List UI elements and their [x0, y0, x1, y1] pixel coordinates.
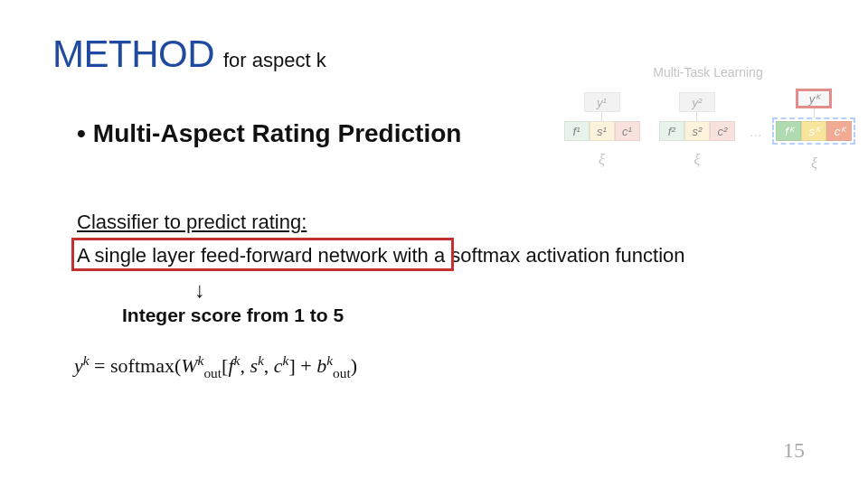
featK: fᴷ sᴷ cᴷ [776, 121, 852, 141]
y1-box: y¹ [584, 92, 620, 112]
fm-sk: k [258, 352, 264, 368]
multitask-diagram: Multi-Task Learning y¹ f¹ s¹ c¹ ξ y² f² … [559, 65, 857, 172]
score-line: Integer score from 1 to 5 [122, 305, 344, 326]
diagram-col-K: yᴷ fᴷ sᴷ cᴷ ξ [771, 89, 857, 172]
fm-b: b [316, 354, 326, 377]
diagram-col-1: y¹ f¹ s¹ c¹ ξ [559, 92, 645, 168]
stem [696, 112, 697, 121]
title-main: METHOD [52, 33, 214, 76]
xiK: ξ [811, 155, 817, 172]
y2-box: y² [679, 92, 715, 112]
feat2: f² s² c² [659, 121, 735, 141]
f1-box: f¹ [564, 121, 590, 141]
bullet-heading: •Multi-Aspect Rating Prediction [77, 119, 461, 148]
highlight-box [71, 238, 454, 271]
fm-bk: k [326, 352, 333, 368]
fm-rb: ] [288, 354, 295, 377]
f2-box: f² [659, 121, 684, 141]
fm-c1: , [240, 354, 250, 377]
diagram-title: Multi-Task Learning [559, 65, 857, 80]
fm-rp: ) [351, 354, 357, 377]
fm-c2: , [264, 354, 274, 377]
fm-yk: k [83, 352, 90, 368]
classifier-label: Classifier to predict rating: [77, 211, 307, 234]
fm-bout: out [333, 365, 351, 380]
c2-box: c² [710, 121, 735, 141]
classifier-text: Classifier to predict rating: [77, 211, 307, 233]
c1-box: c¹ [615, 121, 640, 141]
diagram-dots: … [750, 121, 762, 139]
feat1: f¹ s¹ c¹ [564, 121, 640, 141]
s2-box: s² [684, 121, 710, 141]
fm-softmax: softmax [110, 354, 175, 377]
slide: METHOD for aspect k •Multi-Aspect Rating… [0, 0, 868, 488]
bullet-icon: • [77, 119, 86, 147]
sK-box: sᴷ [801, 121, 826, 141]
formula: yk = softmax(Wkout[fk, sk, ck] + bkout) [74, 352, 357, 381]
stem [814, 108, 815, 117]
page-number: 15 [783, 438, 805, 463]
cK-box: cᴷ [826, 121, 852, 141]
yK-box: yᴷ [796, 89, 832, 108]
s1-box: s¹ [590, 121, 615, 141]
arrow-down-icon: ↓ [194, 277, 205, 303]
xi2: ξ [693, 152, 700, 168]
fm-W: W [181, 354, 197, 377]
fm-Wout: out [203, 365, 222, 380]
fm-eq: = [90, 354, 110, 377]
fm-c: c [274, 354, 283, 377]
fm-y: y [74, 354, 83, 377]
fm-plus: + [296, 354, 316, 377]
diagram-col-2: y² f² s² c² ξ [654, 92, 740, 168]
fK-box: fᴷ [776, 121, 801, 141]
xi1: ξ [599, 152, 605, 168]
title-sub: for aspect k [223, 49, 326, 72]
featK-highlight: fᴷ sᴷ cᴷ [772, 117, 855, 145]
slide-title: METHOD for aspect k [52, 33, 326, 76]
fm-s: s [250, 354, 258, 377]
bullet-text: Multi-Aspect Rating Prediction [93, 119, 462, 147]
stem [601, 112, 602, 121]
